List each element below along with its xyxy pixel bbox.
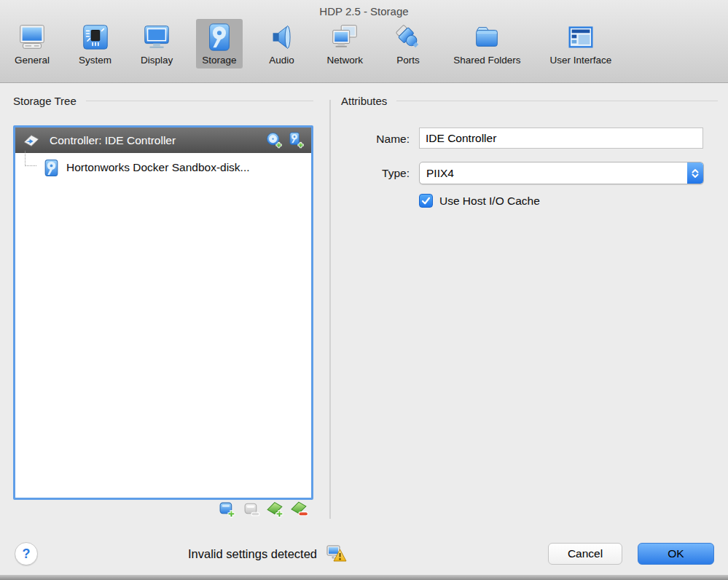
toolbar-item-ports[interactable]: Ports	[386, 19, 430, 68]
tree-connector	[25, 151, 36, 166]
toolbar-label: General	[15, 55, 50, 66]
remove-controller-icon	[243, 501, 261, 519]
window-bottom-edge	[0, 575, 728, 580]
ok-button[interactable]: OK	[638, 543, 714, 565]
system-icon	[79, 21, 111, 53]
storage-tree-toolbar	[219, 501, 309, 519]
attributes-section-header: Attributes	[341, 95, 718, 107]
storage-tree-panel[interactable]: Controller: IDE Controller	[13, 125, 313, 500]
name-field-label: Name:	[337, 133, 410, 146]
host-io-cache-label: Use Host I/O Cache	[439, 195, 540, 208]
storage-tree-section-label: Storage Tree	[13, 95, 77, 107]
window-title: HDP 2.5 - Storage	[0, 5, 728, 17]
toolbar-label: User Interface	[549, 55, 611, 66]
toolbar-label: Audio	[269, 55, 294, 66]
host-io-cache-row: Use Host I/O Cache	[419, 194, 540, 208]
controller-row[interactable]: Controller: IDE Controller	[15, 128, 311, 153]
attachment-row[interactable]: Hortonworks Docker Sandbox-disk...	[15, 153, 311, 182]
toolbar-item-system[interactable]: System	[73, 19, 117, 68]
toolbar-item-user-interface[interactable]: User Interface	[544, 19, 617, 68]
type-field-label: Type:	[337, 167, 410, 180]
settings-toolbar: General System	[9, 19, 617, 68]
help-button[interactable]: ?	[15, 542, 38, 565]
toolbar-item-display[interactable]: Display	[135, 19, 179, 68]
validation-status: Invalid settings detected	[188, 542, 347, 565]
check-icon	[421, 196, 431, 205]
controller-type-select[interactable]: PIIX4	[419, 162, 704, 184]
ports-icon	[392, 21, 424, 53]
controller-type-value: PIIX4	[420, 167, 687, 180]
display-icon	[141, 21, 173, 53]
cancel-button[interactable]: Cancel	[548, 543, 622, 565]
remove-attachment-icon[interactable]	[291, 501, 309, 519]
controller-label: Controller: IDE Controller	[50, 134, 266, 147]
shared-folders-icon	[471, 21, 503, 53]
user-interface-icon	[565, 21, 597, 53]
titlebar: HDP 2.5 - Storage General	[0, 0, 728, 83]
hard-disk-icon	[42, 159, 60, 177]
toolbar-label: Display	[141, 55, 173, 66]
question-mark-icon: ?	[23, 546, 31, 562]
storage-tree-section-header: Storage Tree	[13, 95, 313, 107]
controller-name-input[interactable]	[419, 128, 703, 149]
section-rule	[86, 101, 313, 101]
add-optical-drive-icon[interactable]	[266, 132, 283, 149]
toolbar-item-general[interactable]: General	[9, 19, 55, 68]
panel-divider	[329, 100, 331, 519]
validation-status-text: Invalid settings detected	[188, 547, 317, 561]
audio-icon	[266, 21, 298, 53]
chevron-up-down-icon	[687, 162, 703, 184]
section-rule	[396, 101, 718, 101]
add-attachment-icon[interactable]	[267, 501, 285, 519]
host-io-cache-checkbox[interactable]	[419, 194, 433, 208]
storage-icon	[203, 21, 235, 53]
toolbar-label: Shared Folders	[453, 55, 520, 66]
attachment-label: Hortonworks Docker Sandbox-disk...	[66, 161, 250, 174]
attributes-section-label: Attributes	[341, 95, 387, 107]
toolbar-label: Ports	[396, 55, 420, 66]
general-icon	[16, 21, 48, 53]
network-icon	[329, 21, 361, 53]
toolbar-item-storage[interactable]: Storage	[196, 19, 242, 68]
toolbar-item-audio[interactable]: Audio	[260, 19, 304, 68]
invalid-settings-warning-icon	[326, 544, 347, 563]
toolbar-item-shared-folders[interactable]: Shared Folders	[447, 19, 526, 68]
ide-controller-icon	[23, 132, 40, 149]
toolbar-label: System	[79, 55, 111, 66]
controller-actions	[266, 132, 305, 149]
add-controller-icon[interactable]	[219, 501, 237, 519]
toolbar-item-network[interactable]: Network	[321, 19, 369, 68]
add-hard-disk-icon[interactable]	[288, 132, 305, 149]
toolbar-label: Storage	[202, 55, 236, 66]
toolbar-label: Network	[327, 55, 364, 66]
